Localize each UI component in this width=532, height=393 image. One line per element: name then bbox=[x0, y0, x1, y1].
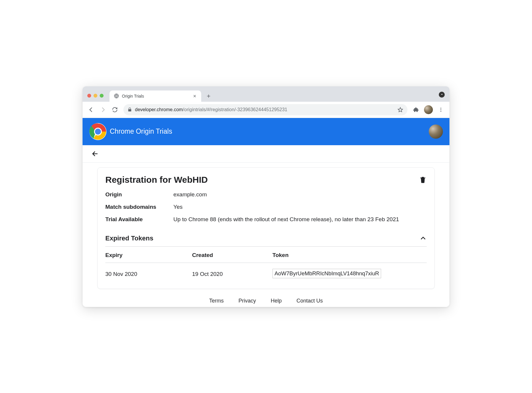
table-row: 30 Nov 2020 19 Oct 2020 AoW7ByrUeMbRRIcN… bbox=[105, 263, 427, 280]
info-grid: Origin example.com Match subdomains Yes … bbox=[105, 191, 427, 223]
trial-label: Trial Available bbox=[105, 216, 170, 223]
url-path: /origintrials/#/registration/-3239636244… bbox=[183, 107, 287, 112]
forward-button[interactable] bbox=[98, 105, 108, 115]
origin-label: Origin bbox=[105, 191, 170, 198]
svg-point-3 bbox=[441, 111, 441, 111]
back-arrow-icon[interactable] bbox=[91, 149, 100, 158]
close-tab-icon[interactable] bbox=[192, 94, 197, 98]
svg-point-6 bbox=[95, 128, 101, 134]
subdomains-value: Yes bbox=[173, 204, 427, 210]
app-header: Chrome Origin Trials bbox=[83, 118, 449, 145]
cell-expiry: 30 Nov 2020 bbox=[105, 263, 192, 280]
maximize-window-button[interactable] bbox=[100, 94, 104, 98]
browser-tab[interactable]: Origin Trials bbox=[109, 90, 201, 102]
col-created: Created bbox=[192, 247, 273, 263]
chevron-up-icon[interactable] bbox=[420, 235, 427, 242]
cell-token: AoW7ByrUeMbRRIcNbImqLV148hnq7xiuR bbox=[273, 263, 427, 280]
token-value[interactable]: AoW7ByrUeMbRRIcNbImqLV148hnq7xiuR bbox=[273, 269, 381, 278]
card-header: Registration for WebHID bbox=[105, 175, 427, 185]
col-expiry: Expiry bbox=[105, 247, 192, 263]
address-bar[interactable]: developer.chrome.com/origintrials/#/regi… bbox=[123, 104, 407, 115]
footer: Terms Privacy Help Contact Us bbox=[83, 289, 449, 307]
browser-window: Origin Trials developer.chrome.com bbox=[83, 86, 449, 307]
new-tab-button[interactable] bbox=[204, 92, 213, 101]
page-title: Registration for WebHID bbox=[105, 175, 419, 185]
browser-toolbar: developer.chrome.com/origintrials/#/regi… bbox=[83, 102, 449, 118]
subdomains-label: Match subdomains bbox=[105, 204, 170, 210]
bookmark-star-icon[interactable] bbox=[397, 107, 403, 113]
profile-avatar[interactable] bbox=[424, 105, 433, 114]
header-avatar[interactable] bbox=[429, 124, 443, 139]
back-button[interactable] bbox=[86, 105, 96, 115]
reload-button[interactable] bbox=[110, 105, 120, 115]
col-token: Token bbox=[273, 247, 427, 263]
globe-icon bbox=[114, 93, 119, 99]
cell-created: 19 Oct 2020 bbox=[192, 263, 273, 280]
main-content: Registration for WebHID Origin example.c… bbox=[83, 163, 449, 289]
lock-icon bbox=[128, 107, 132, 112]
tab-title: Origin Trials bbox=[122, 94, 189, 98]
svg-point-1 bbox=[441, 108, 441, 109]
subheader bbox=[83, 145, 449, 163]
tokens-table: Expiry Created Token 30 Nov 2020 19 Oct … bbox=[105, 247, 427, 280]
extensions-icon[interactable] bbox=[411, 105, 421, 115]
tabs-dropdown-icon[interactable] bbox=[439, 92, 445, 98]
tokens-section-header: Expired Tokens bbox=[105, 234, 427, 247]
window-controls bbox=[87, 94, 104, 98]
registration-card: Registration for WebHID Origin example.c… bbox=[97, 167, 435, 289]
tab-strip: Origin Trials bbox=[83, 86, 449, 102]
chrome-logo-icon bbox=[89, 123, 107, 140]
minimize-window-button[interactable] bbox=[93, 94, 97, 98]
origin-value: example.com bbox=[173, 191, 427, 198]
url-text: developer.chrome.com/origintrials/#/regi… bbox=[135, 107, 394, 112]
footer-contact[interactable]: Contact Us bbox=[296, 298, 323, 304]
tokens-section-title: Expired Tokens bbox=[105, 234, 420, 242]
footer-help[interactable]: Help bbox=[271, 298, 282, 304]
more-menu-icon[interactable] bbox=[436, 105, 446, 115]
svg-point-2 bbox=[441, 109, 441, 110]
delete-icon[interactable] bbox=[419, 176, 427, 184]
app-title: Chrome Origin Trials bbox=[110, 127, 172, 135]
footer-terms[interactable]: Terms bbox=[209, 298, 224, 304]
trial-value: Up to Chrome 88 (ends with the rollout o… bbox=[173, 216, 427, 223]
footer-privacy[interactable]: Privacy bbox=[238, 298, 256, 304]
close-window-button[interactable] bbox=[87, 94, 91, 98]
url-host: developer.chrome.com bbox=[135, 107, 183, 112]
